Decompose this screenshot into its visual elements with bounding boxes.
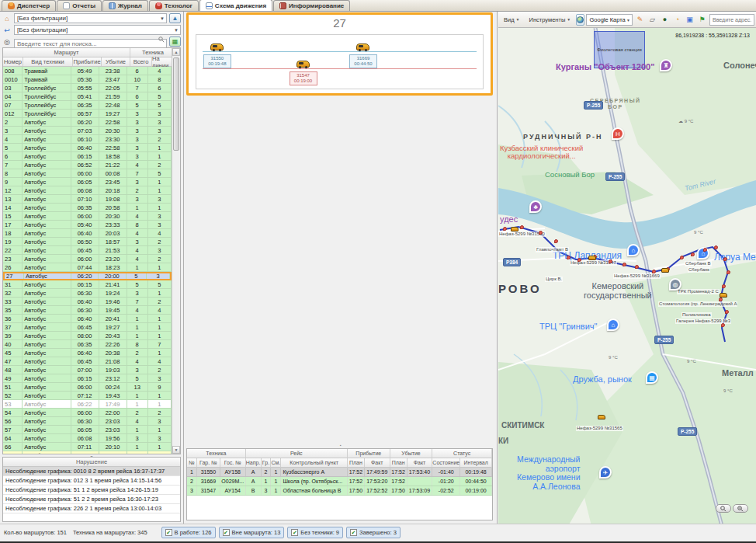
route-row[interactable]: 17Автобус05:4023:3383 xyxy=(3,221,172,229)
map-canvas[interactable]: Фиолетовая станцияКурганы "Объект 1200"С… xyxy=(498,28,756,524)
placemark-icon[interactable]: ⚑ xyxy=(696,14,708,26)
stop-marker-icon[interactable] xyxy=(577,258,581,262)
apply-filter-button[interactable]: ▲ xyxy=(169,13,181,23)
measure-icon[interactable]: ▱ xyxy=(647,14,658,26)
map-provider-select[interactable]: Google Карта ▼ xyxy=(586,14,633,26)
status-filter-chip[interactable]: ✔Вне маршрута: 13 xyxy=(219,527,285,538)
column-header-cell[interactable]: Всего xyxy=(130,57,152,66)
attraction-icon[interactable]: ♣ xyxy=(529,200,542,213)
stop-marker-icon[interactable] xyxy=(703,248,707,252)
route-row[interactable]: 33Автобус06:4019:4672 xyxy=(3,298,172,306)
violation-item[interactable]: Несоблюдение графика: 51 1 2 время рейса… xyxy=(3,486,180,495)
stop-marker-icon[interactable] xyxy=(691,252,695,256)
route-filter-select[interactable]: [Без фильтрации] ▼ xyxy=(14,13,167,23)
route-row[interactable]: 66Автобус07:1120:1011 xyxy=(3,443,172,451)
scheme-splitter[interactable]: ▪ xyxy=(185,444,497,447)
trip-column-header[interactable]: Факт xyxy=(407,458,433,468)
column-header-cell[interactable]: Убытие xyxy=(102,57,130,66)
map-selection-rect[interactable]: Фиолетовая станция xyxy=(594,31,645,68)
trip-column-header[interactable]: См. xyxy=(271,458,281,468)
stop-marker-icon[interactable] xyxy=(503,227,507,231)
route-row[interactable]: 23Автобус06:0023:2042 xyxy=(3,255,172,263)
route-row[interactable]: 48Автобус07:0019:0332 xyxy=(3,366,172,374)
route-row[interactable]: 7Автобус06:5221:2242 xyxy=(3,161,172,169)
stop-marker-icon[interactable] xyxy=(723,257,727,261)
route-row[interactable]: 8Автобус06:0000:0875 xyxy=(3,169,172,178)
stop-marker-icon[interactable] xyxy=(714,245,718,249)
save-icon[interactable]: ▣ xyxy=(684,14,695,26)
route-diagram[interactable]: 27 3155000:19:483166900:44:503154700:19:… xyxy=(186,12,493,96)
trip-row[interactable]: 131550АУ158А21Кузбассэнерго А17:5217:49:… xyxy=(187,468,492,477)
stop-marker-icon[interactable] xyxy=(554,239,558,243)
route-row[interactable]: 19Автобус06:5018:5732 xyxy=(3,238,172,246)
route-row[interactable]: 12Автобус06:0820:1821 xyxy=(3,186,172,195)
route-row[interactable]: 012Троллейбус06:5719:2733 xyxy=(3,110,172,118)
route-row[interactable]: 57Автобус06:0523:0311 xyxy=(3,426,172,434)
map-bus-icon[interactable] xyxy=(598,415,605,419)
route-row[interactable]: 9Автобус06:0523:4531 xyxy=(3,178,172,186)
trip-column-header[interactable]: Факт xyxy=(365,458,390,468)
map-tools-menu[interactable]: Инструменты▼ xyxy=(525,14,575,26)
route-row[interactable]: 5Автобус06:4022:5831 xyxy=(3,144,172,152)
route-row[interactable]: 18Автобус06:4020:0344 xyxy=(3,229,172,238)
stop-marker-icon[interactable] xyxy=(635,265,639,269)
violation-item[interactable]: Несоблюдение графика: 012 3 1 время рейс… xyxy=(3,476,180,486)
route-row[interactable]: 53Автобус06:2217:4911 xyxy=(3,400,172,409)
airport-icon[interactable]: ✈ xyxy=(599,466,612,479)
mall-icon[interactable]: ⌂ xyxy=(607,318,619,331)
trip-row[interactable]: 331547АУ154В31Областная больница В17:501… xyxy=(187,486,492,496)
trip-column-header[interactable]: Гр. xyxy=(262,458,272,468)
status-filter-chip[interactable]: ✔Завершено: 3 xyxy=(346,527,401,538)
checkbox-checked-icon[interactable]: ✔ xyxy=(291,529,298,536)
map-bus-icon[interactable] xyxy=(661,268,669,273)
trip-column-header[interactable]: План xyxy=(348,458,365,468)
route-row[interactable]: 56Автобус06:3023:0343 xyxy=(3,417,172,426)
status-filter-chip[interactable]: ✔Без техники: 9 xyxy=(287,527,343,538)
scrollbar-thumb[interactable] xyxy=(173,57,179,151)
status-filter-chip[interactable]: ✔В работе: 126 xyxy=(161,527,216,538)
route-row[interactable]: 04Троллейбус05:4121:5965 xyxy=(3,92,172,101)
monument-icon[interactable]: ♜ xyxy=(660,59,672,71)
route-row[interactable]: 26Автобус07:4418:2311 xyxy=(3,263,172,272)
route-row[interactable]: 54Автобус06:0022:0022 xyxy=(3,409,172,417)
route-row[interactable]: 36Автобус06:4020:4111 xyxy=(3,315,172,323)
stop-marker-icon[interactable] xyxy=(727,270,730,274)
scroll-up-icon[interactable]: ▲ xyxy=(172,48,180,56)
route-row[interactable]: 32Автобус06:3019:2431 xyxy=(3,289,172,298)
stop-marker-icon[interactable] xyxy=(520,225,524,229)
checkbox-checked-icon[interactable]: ✔ xyxy=(223,529,230,536)
map-bus-icon[interactable] xyxy=(588,256,596,260)
map-bus-icon[interactable] xyxy=(720,293,727,298)
route-row[interactable]: 008Трамвай05:4923:3864 xyxy=(3,67,172,75)
route-row[interactable]: 6Автобус06:1518:5831 xyxy=(3,152,172,161)
stop-marker-icon[interactable] xyxy=(680,256,684,259)
checkbox-checked-icon[interactable]: ✔ xyxy=(165,529,172,536)
earth-icon[interactable]: ● xyxy=(659,14,671,26)
trip-column-header[interactable]: Гос. № xyxy=(220,458,246,468)
vehicle-list-button[interactable]: ▦ xyxy=(169,37,181,47)
stop-marker-icon[interactable] xyxy=(722,284,726,288)
route-row[interactable]: 47Автобус06:4521:0844 xyxy=(3,357,172,366)
region-select-icon[interactable]: ✎ xyxy=(634,14,646,26)
column-header-cell[interactable]: Прибытие xyxy=(73,57,102,66)
checkbox-checked-icon[interactable]: ✔ xyxy=(350,529,357,536)
trip-column-header[interactable]: Интервал xyxy=(460,458,492,468)
mall-icon[interactable]: ⌂ xyxy=(627,244,640,256)
route-row[interactable]: 71Автобус11:0014:2800 xyxy=(3,451,172,454)
trip-column-header[interactable]: План xyxy=(390,458,407,468)
column-header-cell[interactable]: Номер xyxy=(3,57,23,66)
tab-inform[interactable]: Информирование xyxy=(273,0,350,11)
stop-marker-icon[interactable] xyxy=(609,259,612,263)
tab-schema[interactable]: Схема движения xyxy=(199,0,272,11)
hospital-icon[interactable]: H xyxy=(612,127,624,140)
university-icon[interactable]: ◍ xyxy=(669,278,681,291)
stop-marker-icon[interactable] xyxy=(725,310,729,314)
route-row[interactable]: 40Автобус06:3522:2687 xyxy=(3,340,172,349)
route-row[interactable]: 03Троллейбус05:5522:0576 xyxy=(3,84,172,92)
route-row[interactable]: 07Троллейбус06:3522:4855 xyxy=(3,101,172,110)
route-row[interactable]: 49Автобус06:1523:1253 xyxy=(3,374,172,383)
route-row[interactable]: 37Автобус06:4519:2711 xyxy=(3,323,172,332)
scroll-down-icon[interactable]: ▼ xyxy=(172,446,180,454)
tab-technolog[interactable]: Технолог xyxy=(149,0,199,11)
trip-column-header[interactable]: № xyxy=(187,458,197,468)
